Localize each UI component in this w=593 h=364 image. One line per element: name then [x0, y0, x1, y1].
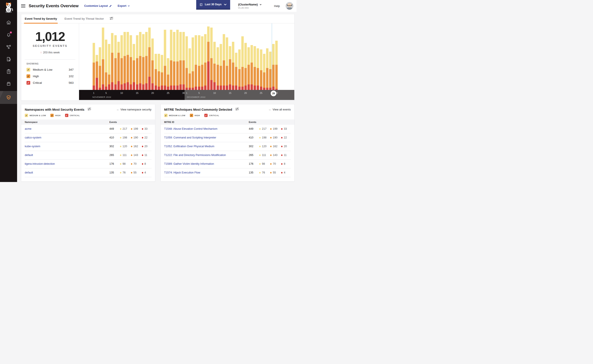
- chart-bar-dec-6[interactable]: [201, 36, 203, 90]
- chart-bar-dec-17[interactable]: [235, 53, 237, 90]
- chart-bar-dec-25[interactable]: [260, 49, 262, 90]
- mitre-technique-name-link[interactable]: T1059: Command and Scripting Interpreter: [164, 136, 249, 139]
- namespaces-filter-high[interactable]: ✓HIGH: [50, 114, 61, 117]
- chart-bar-nov-6[interactable]: [108, 44, 110, 90]
- mitre-filter-high[interactable]: ✓HIGH: [190, 114, 200, 117]
- chart-bar-dec-12[interactable]: [220, 44, 222, 90]
- chart-bar-nov-10[interactable]: [120, 35, 123, 90]
- chart-bar-dec-16[interactable]: [232, 42, 234, 90]
- view-all-events-link[interactable]: → View all events: [268, 108, 291, 111]
- chart-bar-dec-30[interactable]: [275, 41, 278, 90]
- chart-bar-dec-27[interactable]: [266, 48, 268, 90]
- chart-bar-dec-24[interactable]: [257, 48, 259, 90]
- sidebar-item-home[interactable]: [0, 18, 17, 27]
- chart-bar-dec-11[interactable]: [217, 47, 219, 90]
- chart-bar-nov-7[interactable]: [111, 33, 113, 90]
- chart-bar-dec-13[interactable]: [223, 34, 225, 90]
- chart-bar-dec-4[interactable]: [195, 35, 197, 90]
- chart-bar-nov-14[interactable]: [133, 44, 135, 90]
- stacked-bar-chart[interactable]: [79, 23, 294, 90]
- chart-bar-nov-12[interactable]: [127, 32, 129, 90]
- mitre-filter-sliders-icon[interactable]: [235, 107, 239, 112]
- chart-bar-nov-8[interactable]: [114, 35, 117, 90]
- tab-event-trend-by-severity[interactable]: Event Trend by Severity: [25, 14, 57, 23]
- sidebar-item-policies[interactable]: [0, 54, 17, 64]
- chart-bar-dec-7[interactable]: [204, 34, 207, 90]
- chart-bar-nov-16[interactable]: [139, 32, 141, 90]
- chart-bar-dec-21[interactable]: [247, 47, 250, 90]
- mitre-technique-name-link[interactable]: T1052: Exfiltration Over Physical Medium: [164, 145, 249, 148]
- chart-bar-nov-19[interactable]: [148, 27, 151, 90]
- chart-bar-nov-22[interactable]: [158, 54, 160, 90]
- legend-critical[interactable]: ✓ Critical 563: [27, 81, 73, 85]
- chart-bar-dec-14[interactable]: [226, 37, 228, 90]
- customize-layout-button[interactable]: Customize Layout: [84, 4, 112, 7]
- legend-high[interactable]: ✓ High 102: [27, 74, 73, 78]
- namespace-name-link[interactable]: tigera-intrusion-detection: [25, 162, 109, 165]
- chart-bar-nov-4[interactable]: [102, 27, 104, 90]
- cluster-selector[interactable]: {ClusterName} V1.26 AKS: [238, 3, 262, 9]
- date-range-button[interactable]: Last 30 Days: [196, 0, 230, 10]
- checkbox[interactable]: ✓: [164, 114, 167, 117]
- namespace-name-link[interactable]: acme: [25, 127, 109, 130]
- chart-bar-dec-23[interactable]: [253, 46, 256, 90]
- namespace-name-link[interactable]: default: [25, 171, 109, 174]
- chart-bar-dec-10[interactable]: [213, 42, 216, 90]
- chart-bar-nov-1[interactable]: [93, 43, 95, 90]
- sidebar-item-threat-defense[interactable]: [0, 91, 17, 104]
- sidebar-item-service-graph[interactable]: [0, 42, 17, 52]
- chart-bar-dec-9[interactable]: [210, 27, 213, 90]
- chart-bar-dec-26[interactable]: [263, 54, 265, 90]
- mitre-filter-medium-low[interactable]: ✓MEDIUM & LOW: [164, 114, 186, 117]
- tab-event-trend-by-threat-vector[interactable]: Event Trend by Threat Vector: [64, 14, 104, 23]
- checkbox[interactable]: ✓: [190, 114, 193, 117]
- chart-bar-nov-13[interactable]: [130, 35, 132, 90]
- mitre-technique-name-link[interactable]: T1222: File and Directory Permissions Mo…: [164, 154, 249, 157]
- hamburger-menu-icon[interactable]: [21, 4, 25, 8]
- chart-bar-nov-3[interactable]: [99, 47, 101, 90]
- namespaces-filter-sliders-icon[interactable]: [87, 107, 91, 112]
- chart-bar-nov-15[interactable]: [136, 35, 138, 90]
- chart-bar-nov-18[interactable]: [145, 32, 148, 90]
- checkbox[interactable]: ✓: [25, 114, 28, 117]
- mitre-technique-name-link[interactable]: T1589: Gather Victim Identity Informatio…: [164, 162, 249, 165]
- view-namespace-security-link[interactable]: → View namespace security: [116, 108, 151, 111]
- chart-bar-nov-21[interactable]: [155, 54, 157, 90]
- chart-bar-nov-26[interactable]: [170, 30, 172, 90]
- chart-bar-nov-30[interactable]: [182, 32, 185, 90]
- chart-bar-nov-28[interactable]: [176, 30, 179, 90]
- legend-medium-low[interactable]: ✓ Medium & Low 347: [27, 68, 73, 72]
- mitre-filter-critical[interactable]: ✓CRITICAL: [204, 114, 219, 117]
- chart-bar-dec-29[interactable]: [272, 44, 275, 90]
- checkbox[interactable]: ✓: [50, 114, 54, 117]
- help-link[interactable]: Help: [274, 4, 280, 8]
- selected-day-marker[interactable]: 29: [271, 91, 276, 96]
- chart-bar-nov-20[interactable]: [151, 39, 154, 90]
- chart-bar-dec-19[interactable]: [241, 36, 244, 90]
- export-button[interactable]: Export: [118, 4, 130, 7]
- chart-bar-dec-1[interactable]: [186, 36, 188, 90]
- sidebar-item-workloads[interactable]: [0, 79, 17, 88]
- chart-bar-nov-24[interactable]: [164, 30, 166, 90]
- user-avatar[interactable]: [286, 2, 293, 10]
- medium-low-checkbox[interactable]: ✓: [27, 68, 30, 72]
- chart-bar-nov-17[interactable]: [142, 34, 145, 90]
- mitre-technique-name-link[interactable]: T1548: Abuse Elevation Control Mechanism: [164, 127, 249, 130]
- sidebar-item-alerts[interactable]: [0, 30, 17, 39]
- mitre-technique-name-link[interactable]: T1574: Hijack Execution Flow: [164, 171, 249, 174]
- chart-bar-nov-9[interactable]: [117, 42, 120, 90]
- chart-bar-dec-20[interactable]: [244, 43, 247, 90]
- chart-bar-dec-8[interactable]: [207, 26, 210, 90]
- chart-filter-sliders-icon[interactable]: [109, 16, 113, 21]
- chart-bar-nov-23[interactable]: [161, 55, 163, 90]
- checkbox[interactable]: ✓: [204, 114, 208, 117]
- chart-bar-dec-2[interactable]: [188, 48, 191, 90]
- namespace-name-link[interactable]: calico-system: [25, 136, 109, 139]
- sidebar-item-compliance[interactable]: [0, 66, 17, 76]
- critical-checkbox[interactable]: ✓: [27, 81, 30, 85]
- chart-bar-nov-11[interactable]: [124, 32, 126, 90]
- chart-bar-dec-22[interactable]: [251, 45, 253, 90]
- chart-bar-nov-5[interactable]: [105, 39, 107, 90]
- namespaces-filter-medium-low[interactable]: ✓MEDIUM & LOW: [25, 114, 46, 117]
- chart-bar-nov-2[interactable]: [96, 55, 98, 90]
